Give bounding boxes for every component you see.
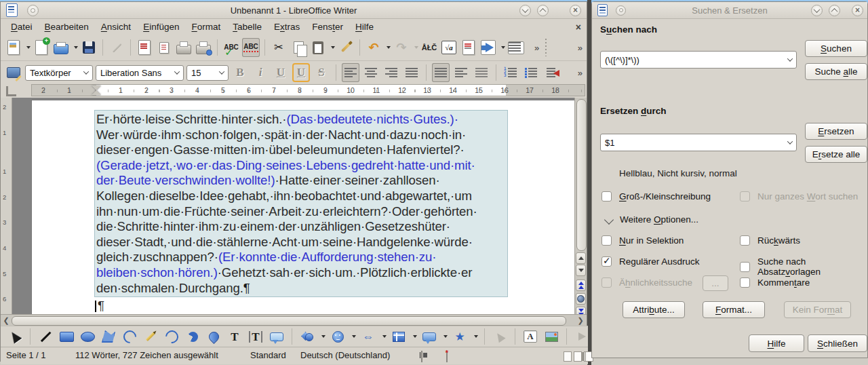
redo-dropdown-icon[interactable] [414, 46, 418, 49]
edit-points-button[interactable] [491, 327, 509, 346]
vertical-text-button[interactable]: T [247, 327, 264, 346]
dropdown-arrow-icon[interactable] [787, 138, 793, 144]
menu-bearbeiten[interactable]: Bearbeiten [39, 20, 95, 33]
menu-datei[interactable]: Datei [5, 20, 39, 33]
maximize-button[interactable] [537, 5, 549, 16]
comments-option[interactable]: Kommentare [740, 277, 810, 288]
text-line[interactable]: dieser·Stadt,·und·die·stählerne·Acht·um·… [96, 235, 507, 250]
paste-dropdown-icon[interactable] [331, 46, 335, 49]
vertical-scrollbar-thumb[interactable] [576, 99, 587, 251]
line-spacing-2-button[interactable] [473, 63, 490, 82]
selection-mode-icon[interactable] [421, 351, 422, 362]
scroll-right-icon[interactable]: ❯ [576, 315, 585, 325]
undo-button[interactable]: ↶ [365, 38, 382, 57]
export-pdf-direct-button[interactable] [155, 38, 173, 57]
selection-only-option[interactable]: Nur in Selektion [601, 235, 684, 246]
sidebar-settings-button[interactable] [5, 63, 22, 82]
regex-option[interactable]: Regulärer Ausdruck [601, 256, 700, 267]
close-button[interactable]: × [570, 5, 581, 16]
open-dropdown-icon[interactable] [74, 46, 78, 49]
flowchart-button[interactable] [390, 327, 408, 346]
replace-all-button[interactable]: Ersetze alle [805, 146, 867, 163]
dialog-minimize-button[interactable] [811, 5, 823, 16]
no-list-button[interactable] [542, 63, 560, 82]
auto-spellcheck-button[interactable]: ABC [242, 38, 260, 57]
stars-button[interactable]: ★ [451, 327, 469, 346]
formula-button[interactable]: √a [440, 38, 458, 57]
close-dialog-button[interactable]: Schließen [808, 334, 867, 352]
dialog-titlebar[interactable]: Suchen & Ersetzen × [592, 2, 867, 19]
dropdown-arrow-icon[interactable] [787, 56, 793, 61]
open-button[interactable] [52, 38, 70, 57]
indent-marker[interactable] [92, 85, 101, 90]
align-left-button[interactable] [342, 63, 359, 82]
help-button[interactable]: Hilfe [749, 334, 804, 352]
save-button[interactable] [80, 38, 98, 57]
flowchart-dropdown-icon[interactable] [413, 335, 417, 338]
select-button[interactable] [6, 327, 24, 346]
scroll-left-icon[interactable]: ❮ [1, 315, 11, 325]
format-button[interactable]: Format... [703, 301, 765, 318]
attributes-button[interactable]: Attribute... [623, 301, 685, 318]
footnote-button[interactable] [460, 38, 477, 57]
search-button[interactable]: Suchen [805, 40, 867, 57]
curve-button[interactable] [121, 327, 138, 346]
regex-checkbox[interactable] [601, 256, 612, 267]
menu-ansicht[interactable]: Ansicht [95, 20, 137, 33]
vertical-scrollbar[interactable] [574, 98, 587, 314]
paste-button[interactable] [309, 38, 327, 57]
search-all-button[interactable]: Suche alle [805, 63, 867, 80]
minimize-button[interactable] [519, 5, 531, 16]
text-line[interactable]: den·schmalen·Durchgang.¶ [96, 281, 507, 296]
underline-button[interactable]: U [272, 63, 290, 82]
text-line[interactable]: (Gerade·jetzt,·wo·er·das·Ding·seines·Leb… [96, 158, 507, 174]
stars-dropdown-icon[interactable] [474, 335, 478, 338]
underline-double-button[interactable]: U [292, 63, 310, 82]
text-line[interactable]: die·Schritte·hinter·ihm·zu·einem·der·unz… [96, 219, 507, 235]
insert-ellipse-button[interactable] [79, 327, 96, 346]
replace-input[interactable]: $1 [600, 134, 797, 151]
new-document-button[interactable] [5, 38, 22, 57]
more-options-toggle[interactable]: Weitere Optionen... [606, 214, 698, 225]
new-document-dropdown-icon[interactable] [26, 46, 31, 49]
callout-button[interactable] [268, 327, 285, 346]
formatting-overflow-button[interactable]: » [576, 68, 584, 78]
line-spacing-1-button[interactable] [432, 63, 450, 82]
search-input[interactable]: (\([^\)]*\)) [600, 51, 797, 69]
insert-rectangle-button[interactable] [58, 327, 75, 346]
align-justify-button[interactable] [403, 63, 420, 82]
font-size-combobox[interactable]: 15 [186, 65, 229, 81]
symbol-shapes-button[interactable] [329, 327, 347, 346]
pie-button[interactable] [184, 327, 201, 346]
text-line[interactable]: Er·hörte·leise·Schritte·hinter·sich.·(Da… [96, 112, 507, 128]
insert-line-button[interactable] [37, 327, 54, 346]
freeform-line-button[interactable] [142, 327, 159, 346]
replace-button[interactable]: Ersetzen [805, 123, 867, 140]
scroll-up-button[interactable] [576, 252, 586, 264]
arc-button[interactable] [163, 327, 180, 346]
previous-page-button[interactable] [576, 280, 586, 291]
scroll-down-button[interactable] [576, 265, 586, 276]
paragraph-styles-option[interactable]: Suche nach Absatzvorlagen [740, 256, 867, 277]
spellcheck-button[interactable]: ABC [222, 38, 240, 57]
language-status[interactable]: Deutsch (Deutschland) [300, 350, 390, 360]
text-line[interactable]: bleiben·schon·hören.)·Gehetzt·sah·er·sic… [96, 265, 507, 281]
case-sensitive-checkbox[interactable] [601, 191, 612, 201]
hyperlink-dropdown-icon[interactable] [501, 46, 505, 49]
symbol-shapes-dropdown-icon[interactable] [352, 335, 356, 338]
edit-mode-button[interactable] [108, 38, 125, 57]
horizontal-ruler[interactable]: 21123456789101112131415161718 [31, 84, 585, 96]
text-line[interactable]: ihn·nun·um·die·Früchte·seiner·Arbeit·zu·… [96, 204, 507, 220]
numbered-list-button[interactable] [502, 63, 519, 82]
bullet-list-button[interactable] [522, 63, 540, 82]
print-button[interactable] [175, 38, 193, 57]
export-pdf-button[interactable] [136, 38, 153, 57]
basic-shapes-button[interactable] [298, 327, 316, 346]
text-line[interactable]: gleich·zuschnappen?·(Er·konnte·die·Auffo… [96, 250, 507, 265]
print-preview-button[interactable] [195, 38, 212, 57]
align-right-button[interactable] [382, 63, 400, 82]
case-sensitive-option[interactable]: Groß-/Kleinschreibung [601, 191, 711, 201]
selection-only-checkbox[interactable] [601, 235, 612, 246]
text-line[interactable]: dieser·engen·Gasse·mitten·im·übel·beleum… [96, 142, 507, 158]
paragraph-style-combobox[interactable]: Textkörper [25, 65, 93, 81]
